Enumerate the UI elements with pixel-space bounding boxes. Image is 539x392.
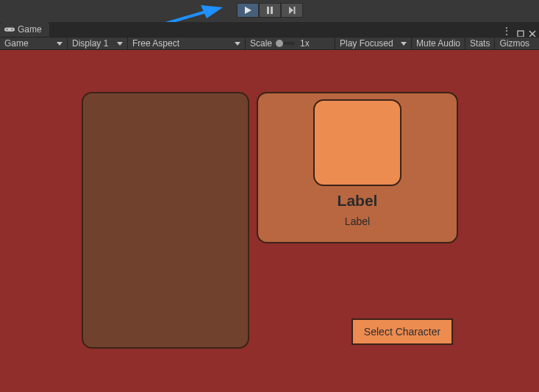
svg-rect-10 — [518, 31, 524, 37]
tab-label: Game — [18, 24, 42, 35]
svg-rect-1 — [267, 7, 269, 14]
game-view: Label Label Select Character — [0, 50, 539, 392]
pause-icon — [265, 6, 274, 15]
game-toolbar: Game Display 1 Free Aspect Scale 1x Play… — [0, 37, 539, 50]
aspect-label: Free Aspect — [132, 38, 179, 49]
gizmos-toggle[interactable]: Gizmos — [495, 38, 534, 49]
svg-marker-13 — [57, 42, 63, 46]
play-controls-bar — [0, 3, 539, 18]
unity-editor-window: Game ⋮ Game Display 1 Free Aspect Scale … — [0, 0, 539, 392]
character-detail-card: Label Label — [257, 92, 458, 243]
play-focused-dropdown[interactable]: Play Focused — [335, 38, 412, 49]
svg-point-8 — [7, 29, 8, 30]
play-focused-label: Play Focused — [340, 38, 393, 49]
view-mode-dropdown[interactable]: Game — [0, 38, 68, 49]
character-class-label: Label — [345, 215, 370, 227]
scale-slider[interactable] — [277, 42, 295, 45]
pause-button[interactable] — [259, 3, 281, 18]
gamepad-icon — [4, 26, 15, 33]
chevron-down-icon — [57, 40, 63, 46]
character-name-label: Label — [338, 192, 378, 210]
mute-audio-label: Mute Audio — [416, 38, 460, 49]
chevron-down-icon — [117, 40, 123, 46]
character-portrait — [313, 99, 401, 186]
tab-menu-icon[interactable]: ⋮ — [501, 25, 513, 37]
svg-marker-0 — [245, 7, 251, 14]
svg-rect-2 — [271, 7, 273, 14]
play-icon — [243, 6, 252, 15]
chevron-down-icon — [401, 40, 407, 46]
svg-rect-7 — [4, 27, 15, 31]
character-list-panel — [82, 92, 249, 349]
view-mode-label: Game — [4, 38, 29, 49]
mute-audio-toggle[interactable]: Mute Audio — [412, 38, 465, 49]
scale-slider-thumb[interactable] — [276, 40, 283, 47]
stats-toggle[interactable]: Stats — [465, 38, 495, 49]
maximize-icon[interactable] — [517, 27, 524, 35]
step-icon — [288, 6, 296, 15]
tab-window-controls: ⋮ — [501, 25, 539, 37]
svg-marker-3 — [289, 7, 293, 14]
tab-strip: Game ⋮ — [0, 22, 539, 37]
play-button[interactable] — [237, 3, 259, 18]
close-icon[interactable] — [529, 27, 536, 35]
scale-value: 1x — [300, 38, 310, 49]
display-dropdown[interactable]: Display 1 — [68, 38, 128, 49]
svg-rect-4 — [293, 7, 295, 14]
scale-control[interactable]: Scale 1x — [246, 38, 335, 49]
svg-point-9 — [12, 29, 13, 30]
scale-label: Scale — [250, 38, 272, 49]
svg-marker-14 — [117, 42, 123, 46]
svg-marker-15 — [235, 42, 240, 46]
chevron-down-icon — [235, 40, 240, 46]
aspect-dropdown[interactable]: Free Aspect — [128, 38, 246, 49]
svg-marker-16 — [401, 42, 407, 46]
display-label: Display 1 — [72, 38, 108, 49]
stats-label: Stats — [470, 38, 490, 49]
gizmos-label: Gizmos — [499, 38, 529, 49]
select-character-label: Select Character — [364, 326, 440, 338]
step-button[interactable] — [281, 3, 303, 18]
tab-game[interactable]: Game — [0, 22, 49, 37]
select-character-button[interactable]: Select Character — [351, 318, 453, 345]
